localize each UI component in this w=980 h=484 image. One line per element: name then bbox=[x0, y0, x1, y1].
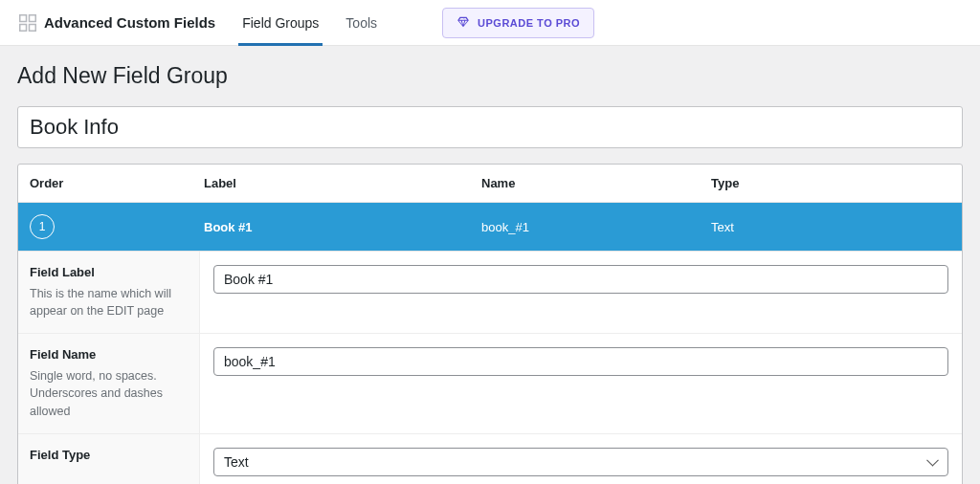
fields-table-header: Order Label Name Type bbox=[18, 165, 962, 203]
field-row[interactable]: 1 Book #1 book_#1 Text bbox=[18, 203, 962, 251]
upgrade-to-pro-button[interactable]: UPGRADE TO PRO bbox=[442, 8, 594, 38]
col-header-label: Label bbox=[200, 165, 478, 202]
brand-label: Advanced Custom Fields bbox=[44, 14, 215, 31]
setting-help: This is the name which will appear on th… bbox=[30, 285, 188, 319]
setting-input-cell: Text bbox=[200, 434, 962, 484]
setting-input-cell bbox=[200, 252, 962, 333]
setting-label: Field Label bbox=[30, 265, 188, 279]
setting-label: Field Name bbox=[30, 347, 188, 362]
field-type-select-wrap: Text bbox=[213, 448, 948, 476]
setting-label-cell: Field Label This is the name which will … bbox=[18, 252, 200, 333]
col-header-type: Type bbox=[707, 165, 962, 202]
field-name-input[interactable] bbox=[213, 347, 948, 376]
nav-tab-label: Field Groups bbox=[242, 15, 319, 31]
brand: Advanced Custom Fields bbox=[19, 14, 215, 32]
setting-row-field-name: Field Name Single word, no spaces. Under… bbox=[18, 333, 962, 432]
page-title: Add New Field Group bbox=[17, 63, 963, 89]
diamond-icon bbox=[457, 15, 470, 31]
col-header-name: Name bbox=[478, 165, 707, 202]
setting-label-cell: Field Name Single word, no spaces. Under… bbox=[18, 334, 200, 432]
group-title-panel bbox=[17, 106, 963, 148]
setting-label-cell: Field Type bbox=[18, 434, 200, 484]
acf-logo-icon bbox=[19, 14, 36, 32]
field-order-cell: 1 bbox=[18, 214, 200, 239]
setting-input-cell bbox=[200, 334, 962, 432]
svg-rect-1 bbox=[30, 14, 36, 21]
group-title-input[interactable] bbox=[18, 107, 962, 147]
field-label-cell: Book #1 bbox=[200, 220, 478, 234]
upgrade-label: UPGRADE TO PRO bbox=[478, 17, 580, 29]
setting-label: Field Type bbox=[30, 448, 188, 462]
nav-tab-field-groups[interactable]: Field Groups bbox=[242, 0, 319, 46]
field-name-cell: book_#1 bbox=[478, 220, 707, 234]
field-label-input[interactable] bbox=[213, 265, 948, 294]
field-order-badge: 1 bbox=[30, 214, 55, 239]
top-nav: Advanced Custom Fields Field Groups Tool… bbox=[0, 0, 980, 46]
nav-tab-label: Tools bbox=[345, 15, 377, 31]
fields-panel: Order Label Name Type 1 Book #1 book_#1 … bbox=[17, 164, 963, 484]
setting-help: Single word, no spaces. Underscores and … bbox=[30, 367, 188, 419]
field-type-select[interactable]: Text bbox=[213, 448, 948, 476]
setting-row-field-label: Field Label This is the name which will … bbox=[18, 252, 962, 333]
nav-tab-tools[interactable]: Tools bbox=[345, 0, 377, 46]
col-header-order: Order bbox=[18, 165, 200, 202]
page-body: Add New Field Group Order Label Name Typ… bbox=[0, 46, 980, 484]
setting-row-field-type: Field Type Text bbox=[18, 433, 962, 484]
field-type-cell: Text bbox=[707, 220, 962, 234]
svg-rect-0 bbox=[20, 14, 27, 21]
svg-rect-3 bbox=[30, 24, 36, 31]
field-settings: Field Label This is the name which will … bbox=[18, 251, 962, 484]
svg-rect-2 bbox=[20, 24, 27, 31]
